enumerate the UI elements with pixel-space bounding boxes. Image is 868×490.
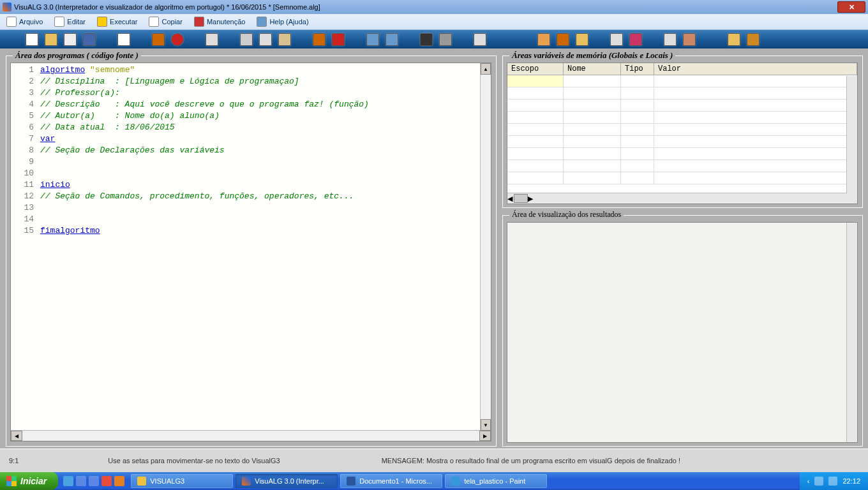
open-icon[interactable] (45, 33, 57, 46)
editor-hscroll[interactable]: ◀▶ (11, 430, 491, 441)
app-icon (3, 3, 11, 11)
window-title: VisuALG 3.0 (Interpretador e visualizado… (14, 3, 320, 11)
code-panel: Área dos programas ( código fonte ) 1234… (5, 55, 497, 447)
scroll-up-icon[interactable]: ▲ (481, 63, 491, 75)
wrench-icon (194, 17, 204, 27)
find-icon[interactable] (420, 33, 433, 46)
word-icon (347, 477, 355, 486)
work-area: Área dos programas ( código fonte ) 1234… (0, 48, 868, 449)
exit-icon[interactable] (152, 33, 165, 46)
hand2-icon[interactable] (557, 33, 569, 46)
stop-icon[interactable] (171, 33, 184, 46)
system-tray[interactable]: ‹ 22:12 (800, 472, 868, 490)
vars-vscroll[interactable] (846, 76, 857, 193)
table-row[interactable] (507, 100, 857, 112)
edit-icon (54, 17, 64, 27)
menu-manutencao[interactable]: Manutenção (191, 15, 248, 28)
col-escopo[interactable]: Escopo (507, 63, 564, 75)
scroll-down-icon[interactable]: ▼ (481, 419, 491, 431)
desktop-icon[interactable] (76, 476, 86, 486)
start-button[interactable]: Iniciar (0, 472, 58, 490)
menu-executar[interactable]: Executar (94, 15, 140, 28)
table-row[interactable] (507, 172, 857, 184)
taskbar-task-word[interactable]: Documento1 - Micros... (340, 474, 442, 488)
tray-icon[interactable] (814, 477, 823, 486)
doc-icon[interactable] (64, 33, 77, 46)
variables-grid[interactable]: Escopo Nome Tipo Valor ◀▶ (507, 63, 858, 204)
col-tipo[interactable]: Tipo (621, 63, 654, 75)
copy-tb-icon[interactable] (259, 33, 272, 46)
menu-executar-label: Executar (110, 18, 137, 26)
folder-icon (137, 477, 146, 486)
table-row[interactable] (507, 136, 857, 148)
col-nome[interactable]: Nome (564, 63, 621, 75)
taskbar-task-visualg3[interactable]: VISUALG3 (131, 474, 233, 488)
menu-help[interactable]: Help (Ajuda) (254, 15, 311, 28)
results-vscroll[interactable] (846, 223, 857, 442)
results-panel-legend: Área de visualização dos resultados (509, 210, 624, 219)
col-valor[interactable]: Valor (654, 63, 857, 75)
scroll-left-icon[interactable]: ◀ (507, 195, 513, 203)
table-row[interactable] (507, 160, 857, 172)
firefox-icon[interactable] (114, 476, 124, 486)
variables-panel: Áreas variáveis de memória (Globais e Lo… (502, 55, 863, 208)
menu-bar: Arquivo Editar Executar Copiar Manutençã… (0, 14, 868, 30)
menu-copiar[interactable]: Copiar (146, 15, 184, 28)
tray-arrow-icon[interactable]: ‹ (807, 477, 810, 485)
menu-editar-label: Editar (67, 18, 86, 26)
list-icon[interactable] (474, 33, 486, 46)
flag2-icon[interactable] (332, 33, 345, 46)
zoom-icon[interactable] (610, 33, 623, 46)
print-icon[interactable] (206, 33, 218, 46)
tray-icon[interactable] (828, 477, 837, 486)
code-panel-legend: Área dos programas ( código fonte ) (13, 50, 141, 61)
close-button[interactable]: ✕ (837, 1, 865, 13)
grid-icon[interactable] (683, 33, 696, 46)
menu-arquivo[interactable]: Arquivo (4, 15, 45, 28)
variables-header: Escopo Nome Tipo Valor (507, 63, 857, 75)
cursor-position: 9:1 (9, 457, 19, 464)
flag1-icon[interactable] (313, 33, 326, 46)
hand-icon[interactable] (537, 33, 550, 46)
calc-icon[interactable] (664, 33, 677, 46)
save-icon[interactable] (83, 33, 96, 46)
scroll-right-icon[interactable]: ▶ (479, 431, 491, 441)
vars-hscroll[interactable]: ◀▶ (507, 193, 857, 204)
table-row[interactable] (507, 75, 857, 87)
quick-icon[interactable] (101, 476, 112, 486)
table-row[interactable] (507, 148, 857, 160)
table-row[interactable] (507, 124, 857, 136)
table-row[interactable] (507, 112, 857, 124)
help-icon (257, 17, 267, 27)
ie-icon[interactable] (63, 476, 73, 486)
status-bar: 9:1 Use as setas para movimentar-se no t… (0, 449, 868, 472)
door-icon[interactable] (747, 33, 760, 46)
step-icon[interactable] (629, 33, 642, 46)
code-text[interactable]: algoritmo "semnome" // Disciplina : [Lin… (38, 63, 491, 430)
start-label: Iniciar (20, 476, 47, 486)
cut-icon[interactable] (240, 33, 253, 46)
redo-icon[interactable] (385, 33, 398, 46)
new-icon[interactable] (26, 33, 38, 46)
taskbar-task-paint[interactable]: tela_plastico - Paint (445, 474, 547, 488)
code-editor[interactable]: 123456789101112131415 algoritmo "semnome… (10, 63, 491, 442)
paste-icon[interactable] (278, 33, 291, 46)
paint-icon (451, 477, 460, 486)
line-gutter: 123456789101112131415 (11, 63, 38, 430)
quick-icon[interactable] (89, 476, 99, 486)
results-output[interactable] (507, 222, 858, 443)
editor-vscroll[interactable]: ▲▼ (480, 63, 491, 431)
undo-icon[interactable] (366, 33, 379, 46)
scroll-right-icon[interactable]: ▶ (528, 195, 533, 203)
clock[interactable]: 22:12 (842, 477, 860, 485)
table-row[interactable] (507, 87, 857, 100)
user-icon[interactable] (728, 33, 740, 46)
page-icon[interactable] (117, 33, 130, 46)
replace-icon[interactable] (439, 33, 452, 46)
taskbar-task-visualg[interactable]: VisuALG 3.0 (Interpr... (236, 474, 338, 488)
menu-editar[interactable]: Editar (52, 15, 88, 28)
scroll-left-icon[interactable]: ◀ (11, 431, 22, 441)
variables-panel-legend: Áreas variáveis de memória (Globais e Lo… (509, 50, 675, 61)
pause-icon[interactable] (576, 33, 588, 46)
copy-icon (149, 17, 159, 27)
